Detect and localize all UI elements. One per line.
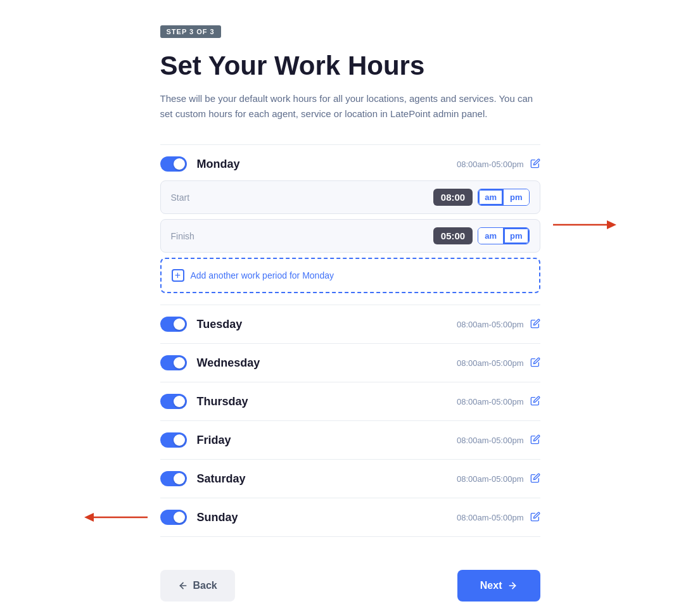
edit-icon-saturday[interactable]	[530, 473, 540, 484]
time-row-start: Start 08:00 am pm	[160, 180, 540, 214]
start-pm-btn[interactable]: pm	[504, 189, 529, 205]
toggle-tuesday[interactable]	[160, 317, 187, 332]
day-name-tuesday: Tuesday	[197, 318, 243, 331]
day-left-thursday: Thursday	[160, 394, 248, 409]
day-hours-tuesday: 08:00am-05:00pm	[457, 320, 524, 329]
add-period-label: Add another work period for Monday	[191, 270, 334, 280]
back-button-label: Back	[193, 580, 217, 591]
finish-ampm[interactable]: am pm	[478, 227, 529, 244]
day-name-monday: Monday	[197, 158, 240, 171]
day-header-thursday: Thursday 08:00am-05:00pm	[160, 394, 540, 409]
day-header-wednesday: Wednesday 08:00am-05:00pm	[160, 355, 540, 370]
day-left-friday: Friday	[160, 432, 231, 448]
toggle-thursday[interactable]	[160, 394, 187, 409]
start-time-value: 08:00	[433, 189, 473, 206]
toggle-sunday[interactable]	[160, 510, 187, 525]
day-right-sunday: 08:00am-05:00pm	[457, 512, 540, 523]
next-arrow-icon	[507, 581, 518, 591]
edit-icon-wednesday[interactable]	[530, 357, 540, 368]
toggle-wednesday[interactable]	[160, 355, 187, 370]
day-right-tuesday: 08:00am-05:00pm	[457, 318, 540, 330]
day-right-saturday: 08:00am-05:00pm	[457, 473, 540, 484]
arrow-right-monday	[553, 217, 616, 232]
next-button[interactable]: Next	[457, 570, 540, 602]
finish-label: Finish	[171, 231, 433, 241]
day-right-wednesday: 08:00am-05:00pm	[457, 357, 540, 368]
day-row-sunday: Sunday 08:00am-05:00pm	[160, 498, 540, 537]
day-name-wednesday: Wednesday	[197, 356, 260, 370]
edit-icon-thursday[interactable]	[530, 396, 540, 407]
day-left-tuesday: Tuesday	[160, 317, 243, 332]
page-title: Set Your Work Hours	[160, 51, 540, 81]
day-expanded-monday: Start 08:00 am pm Finish 05:00 am pm	[160, 180, 540, 293]
day-header-monday: Monday 08:00am-05:00pm	[160, 156, 540, 172]
edit-icon-monday[interactable]	[530, 158, 540, 170]
day-header-friday: Friday 08:00am-05:00pm	[160, 432, 540, 448]
day-name-friday: Friday	[197, 434, 231, 447]
days-list: Monday 08:00am-05:00pm	[160, 144, 540, 537]
day-name-sunday: Sunday	[197, 511, 238, 524]
day-name-thursday: Thursday	[197, 395, 248, 408]
day-row-wednesday: Wednesday 08:00am-05:00pm	[160, 344, 540, 382]
day-hours-friday: 08:00am-05:00pm	[457, 436, 524, 445]
footer: Back Next	[160, 560, 540, 602]
day-left-monday: Monday	[160, 156, 240, 172]
day-row-tuesday: Tuesday 08:00am-05:00pm	[160, 305, 540, 344]
edit-icon-friday[interactable]	[530, 434, 540, 446]
start-label: Start	[171, 192, 433, 203]
add-period-monday-btn[interactable]: + Add another work period for Monday	[160, 258, 540, 293]
next-button-label: Next	[480, 580, 502, 591]
step-badge: STEP 3 OF 3	[160, 25, 221, 38]
start-ampm[interactable]: am pm	[478, 189, 529, 206]
back-arrow-icon	[178, 581, 188, 591]
svg-marker-1	[607, 220, 616, 229]
day-hours-wednesday: 08:00am-05:00pm	[457, 358, 524, 368]
edit-icon-tuesday[interactable]	[530, 318, 540, 330]
day-row-friday: Friday 08:00am-05:00pm	[160, 421, 540, 460]
arrow-left-sunday	[84, 510, 148, 525]
page-container: STEP 3 OF 3 Set Your Work Hours These wi…	[148, 0, 553, 611]
toggle-monday[interactable]	[160, 156, 187, 172]
day-row-thursday: Thursday 08:00am-05:00pm	[160, 382, 540, 421]
finish-time-value: 05:00	[433, 227, 473, 244]
day-header-tuesday: Tuesday 08:00am-05:00pm	[160, 317, 540, 332]
day-header-saturday: Saturday 08:00am-05:00pm	[160, 471, 540, 486]
toggle-saturday[interactable]	[160, 471, 187, 486]
day-left-wednesday: Wednesday	[160, 355, 260, 370]
day-hours-monday: 08:00am-05:00pm	[457, 160, 524, 169]
day-hours-thursday: 08:00am-05:00pm	[457, 397, 524, 406]
add-period-icon: +	[172, 269, 184, 282]
day-hours-saturday: 08:00am-05:00pm	[457, 474, 524, 484]
day-row-monday: Monday 08:00am-05:00pm	[160, 144, 540, 305]
day-hours-sunday: 08:00am-05:00pm	[457, 513, 524, 522]
day-right-friday: 08:00am-05:00pm	[457, 434, 540, 446]
back-button[interactable]: Back	[160, 570, 235, 602]
day-left-sunday: Sunday	[160, 510, 238, 525]
start-am-btn[interactable]: am	[478, 189, 503, 205]
day-right-monday: 08:00am-05:00pm	[457, 158, 540, 170]
day-header-sunday: Sunday 08:00am-05:00pm	[160, 510, 540, 525]
day-left-saturday: Saturday	[160, 471, 246, 486]
page-description: These will be your default work hours fo…	[160, 91, 540, 122]
toggle-friday[interactable]	[160, 432, 187, 448]
edit-icon-sunday[interactable]	[530, 512, 540, 523]
finish-am-btn[interactable]: am	[478, 228, 503, 244]
finish-pm-btn[interactable]: pm	[504, 228, 529, 244]
day-row-saturday: Saturday 08:00am-05:00pm	[160, 460, 540, 498]
day-name-saturday: Saturday	[197, 472, 246, 486]
svg-marker-2	[84, 513, 94, 522]
day-right-thursday: 08:00am-05:00pm	[457, 396, 540, 407]
time-row-finish: Finish 05:00 am pm	[160, 219, 540, 253]
